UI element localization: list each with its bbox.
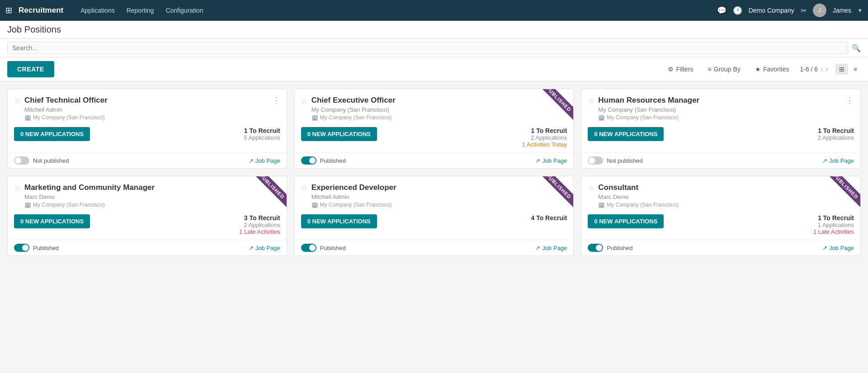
card-title: Human Resources Manager xyxy=(598,95,699,105)
apps-icon[interactable]: ⊞ xyxy=(5,5,12,15)
card-title-area: ☆ Marketing and Community Manager Marc D… xyxy=(14,183,272,208)
job-page-link[interactable]: ↗ Job Page xyxy=(535,157,567,164)
publish-toggle[interactable] xyxy=(14,156,29,165)
publish-label: Published xyxy=(320,157,346,164)
card-manager: Mitchell Admin xyxy=(24,106,108,113)
card-footer: Published ↗ Job Page xyxy=(295,152,574,168)
toggle-area: Not published xyxy=(588,156,643,165)
published-ribbon: PUBLISHED xyxy=(250,176,286,208)
star-icon[interactable]: ☆ xyxy=(588,96,594,106)
card-header: ☆ Chief Technical Officer Mitchell Admin… xyxy=(8,89,287,124)
nav-links: Applications Reporting Configuration xyxy=(76,5,713,16)
applications-count: 2 Applications xyxy=(239,222,280,228)
nav-right: 💬 🕐 Demo Company ✂ J James ▼ xyxy=(717,4,863,17)
toggle-area: Published xyxy=(588,244,632,252)
published-ribbon-wrap: PUBLISHED xyxy=(820,176,860,217)
job-page-label: Job Page xyxy=(255,157,280,164)
publish-toggle[interactable] xyxy=(588,244,603,252)
star-icon[interactable]: ☆ xyxy=(14,96,21,106)
clock-icon[interactable]: 🕐 xyxy=(733,6,742,15)
favorites-button[interactable]: ★ Favorites xyxy=(751,64,793,75)
job-card-cto: ☆ Chief Technical Officer Mitchell Admin… xyxy=(7,89,287,169)
card-title-area: ☆ Consultant Marc Demo 🏢 My Company (San… xyxy=(588,183,846,208)
job-page-label: Job Page xyxy=(829,157,854,164)
new-applications-button[interactable]: 0 NEW APPLICATIONS xyxy=(14,214,90,228)
publish-toggle[interactable] xyxy=(588,156,603,165)
job-page-link[interactable]: ↗ Job Page xyxy=(249,245,280,251)
publish-toggle[interactable] xyxy=(301,156,316,165)
card-body: 0 NEW APPLICATIONS 3 To Recruit 2 Applic… xyxy=(8,212,287,240)
view-toggle: ⊞ ≡ xyxy=(835,64,861,75)
create-button[interactable]: CREATE xyxy=(7,61,54,77)
card-title: Consultant xyxy=(598,183,679,193)
user-chevron-icon[interactable]: ▼ xyxy=(858,8,863,13)
job-page-link[interactable]: ↗ Job Page xyxy=(822,245,854,251)
toggle-knob xyxy=(309,245,316,251)
filters-button[interactable]: ⚙ Filters xyxy=(664,64,697,75)
card-header: ☆ Consultant Marc Demo 🏢 My Company (San… xyxy=(581,176,860,212)
card-stats: 1 To Recruit 2 Applications xyxy=(818,127,854,141)
group-by-button[interactable]: ≡ Group By xyxy=(704,64,744,75)
top-nav: ⊞ Recruitment Applications Reporting Con… xyxy=(0,0,868,21)
search-input[interactable] xyxy=(7,42,848,54)
card-stats: 1 To Recruit 2 Applications 1 Activities… xyxy=(522,127,567,148)
publish-label: Published xyxy=(33,245,59,251)
nav-configuration[interactable]: Configuration xyxy=(161,5,208,16)
job-card-hrm: ☆ Human Resources Manager My Company (Sa… xyxy=(581,89,861,169)
chat-icon[interactable]: 💬 xyxy=(717,6,726,15)
star-icon[interactable]: ☆ xyxy=(301,96,308,106)
job-page-link[interactable]: ↗ Job Page xyxy=(822,157,854,164)
job-page-link[interactable]: ↗ Job Page xyxy=(249,157,280,164)
card-manager: Marc Demo xyxy=(598,194,679,200)
new-applications-button[interactable]: 0 NEW APPLICATIONS xyxy=(14,127,90,141)
job-page-label: Job Page xyxy=(829,245,854,251)
nav-applications[interactable]: Applications xyxy=(76,5,119,16)
external-link-icon: ↗ xyxy=(822,157,827,164)
new-applications-button[interactable]: 0 NEW APPLICATIONS xyxy=(301,127,377,141)
nav-reporting[interactable]: Reporting xyxy=(122,5,159,16)
prev-page-button[interactable]: ‹ xyxy=(821,65,823,73)
new-applications-button[interactable]: 0 NEW APPLICATIONS xyxy=(588,127,664,141)
star-icon[interactable]: ☆ xyxy=(588,184,594,193)
building-icon: 🏢 xyxy=(598,114,605,121)
publish-toggle[interactable] xyxy=(301,244,316,252)
new-applications-button[interactable]: 0 NEW APPLICATIONS xyxy=(588,214,664,228)
card-company: 🏢 My Company (San Francisco) xyxy=(24,114,108,121)
group-icon: ≡ xyxy=(708,66,712,73)
card-manager: My Company (San Francisco) xyxy=(311,106,396,113)
external-link-icon: ↗ xyxy=(249,157,254,164)
kebab-menu[interactable]: ⋮ xyxy=(272,95,280,105)
company-name[interactable]: Demo Company xyxy=(749,7,794,14)
toolbar-right: ⚙ Filters ≡ Group By ★ Favorites 1-6 / 6… xyxy=(664,64,861,75)
kebab-menu[interactable]: ⋮ xyxy=(846,95,854,105)
publish-toggle[interactable] xyxy=(14,244,29,252)
external-link-icon: ↗ xyxy=(535,245,540,251)
star-icon[interactable]: ☆ xyxy=(14,184,21,193)
card-footer: Published ↗ Job Page xyxy=(295,240,574,255)
user-name[interactable]: James xyxy=(833,7,851,14)
card-title: Experienced Developer xyxy=(311,183,396,193)
job-page-link[interactable]: ↗ Job Page xyxy=(535,245,567,251)
applications-count: 1 Applications xyxy=(813,222,854,228)
job-card-exdev: PUBLISHED ☆ Experienced Developer Mitche… xyxy=(294,176,574,256)
main-content: ☆ Chief Technical Officer Mitchell Admin… xyxy=(0,81,868,263)
next-page-button[interactable]: › xyxy=(826,65,828,73)
list-view-button[interactable]: ≡ xyxy=(850,64,861,75)
avatar[interactable]: J xyxy=(813,4,826,17)
star-icon: ★ xyxy=(755,66,761,73)
external-link-icon: ↗ xyxy=(249,245,254,251)
applications-count: 2 Applications xyxy=(818,134,854,141)
late-activities: 1 Late Activities xyxy=(813,228,854,235)
search-icon[interactable]: 🔍 xyxy=(852,44,861,52)
card-manager: Marc Demo xyxy=(24,194,155,200)
kanban-view-button[interactable]: ⊞ xyxy=(835,64,848,75)
star-icon[interactable]: ☆ xyxy=(301,184,308,193)
card-title: Chief Executive Officer xyxy=(311,95,396,105)
building-icon: 🏢 xyxy=(598,202,605,208)
toggle-knob xyxy=(22,245,28,251)
published-ribbon: PUBLISHED xyxy=(537,176,573,208)
card-body: 0 NEW APPLICATIONS 1 To Recruit 5 Applic… xyxy=(8,124,287,152)
new-applications-button[interactable]: 0 NEW APPLICATIONS xyxy=(301,214,377,228)
card-title: Chief Technical Officer xyxy=(24,95,108,105)
scissors-icon[interactable]: ✂ xyxy=(801,6,807,15)
